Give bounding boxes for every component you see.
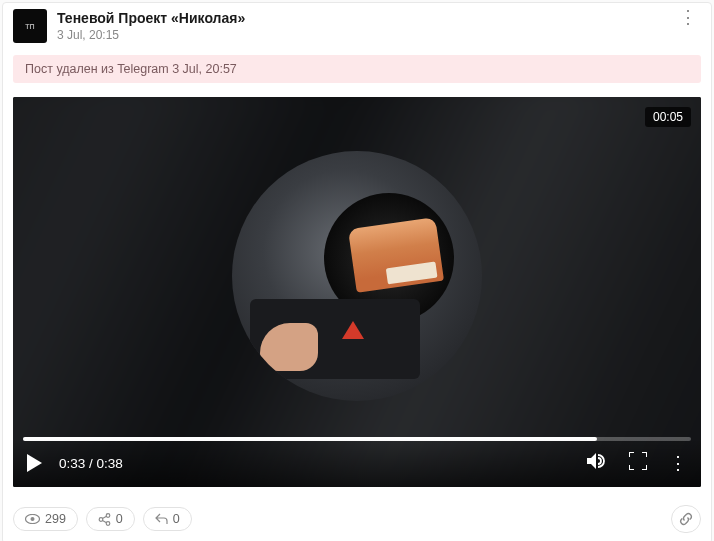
avatar[interactable]: ТП	[13, 9, 47, 43]
shares-pill[interactable]: 0	[86, 507, 135, 531]
svg-line-6	[102, 516, 106, 518]
svg-point-2	[31, 517, 35, 521]
shares-count: 0	[116, 512, 123, 526]
replies-pill[interactable]: 0	[143, 507, 192, 531]
more-icon[interactable]: ⋮	[675, 9, 701, 26]
channel-name[interactable]: Теневой Проект «Николая»	[57, 9, 675, 27]
svg-marker-0	[27, 454, 42, 472]
video-content	[232, 151, 482, 401]
duration-badge: 00:05	[645, 107, 691, 127]
views-count: 299	[45, 512, 66, 526]
permalink-button[interactable]	[671, 505, 701, 533]
video-more-icon[interactable]: ⋮	[669, 459, 687, 468]
eye-icon	[25, 514, 40, 524]
reply-icon	[155, 513, 168, 525]
post: ТП Теневой Проект «Николая» 3 Jul, 20:15…	[2, 2, 712, 541]
hand-shape	[260, 323, 318, 371]
svg-point-3	[99, 517, 103, 521]
play-icon[interactable]	[27, 454, 43, 472]
post-time: 3 Jul, 20:15	[57, 28, 675, 42]
video-player[interactable]: 00:05 0:33 / 0:38 ⋮	[13, 97, 701, 487]
fullscreen-icon[interactable]	[629, 452, 647, 474]
share-icon	[98, 513, 111, 526]
money-shape	[348, 218, 444, 294]
time-display: 0:33 / 0:38	[59, 456, 123, 471]
video-controls: 0:33 / 0:38 ⋮	[13, 439, 701, 487]
video-container: 00:05 0:33 / 0:38 ⋮	[3, 89, 711, 497]
views-pill[interactable]: 299	[13, 507, 78, 531]
svg-line-7	[102, 520, 106, 522]
header-text: Теневой Проект «Николая» 3 Jul, 20:15	[57, 9, 675, 42]
link-icon	[679, 512, 693, 526]
replies-count: 0	[173, 512, 180, 526]
hazard-triangle-icon	[342, 321, 364, 339]
stats-row: 299 0 0	[3, 497, 711, 541]
volume-icon[interactable]	[587, 452, 607, 474]
controls-right: ⋮	[587, 452, 687, 474]
deleted-banner: Пост удален из Telegram 3 Jul, 20:57	[13, 55, 701, 83]
post-header: ТП Теневой Проект «Николая» 3 Jul, 20:15…	[3, 3, 711, 49]
